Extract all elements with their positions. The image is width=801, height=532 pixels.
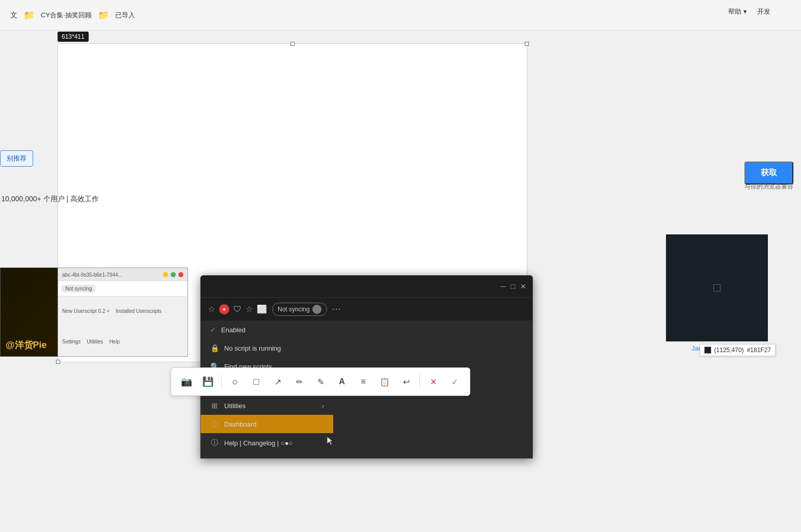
not-syncing-badge[interactable]: Not syncing — [272, 303, 327, 316]
check-icon: ✓ — [210, 326, 216, 334]
resize-handle-top-right[interactable] — [525, 42, 529, 46]
shield-icon[interactable]: 🛡 — [233, 305, 242, 314]
color-target-crosshair — [713, 284, 720, 291]
folder-icon-1: 📁 — [23, 10, 35, 21]
camera-button[interactable]: 📷 — [177, 373, 196, 391]
breadcrumb-folder1[interactable]: CY合集·抽奖回顾 — [41, 11, 92, 20]
arrow-right-icon: › — [322, 402, 324, 410]
nav-link-utilities[interactable]: Utilities — [87, 339, 103, 344]
main-overlay-window: ─ □ ✕ ☆ ● 🛡 ☆ ⬜ Not syncing ··· ✓ Enable… — [200, 275, 533, 459]
toolbar-divider-1 — [221, 375, 222, 389]
text-tool-button[interactable]: A — [333, 373, 351, 391]
arrow-tool-button[interactable]: ↗ — [269, 373, 287, 391]
not-syncing-label: Not syncing — [278, 306, 310, 313]
color-hex: #181F27 — [747, 347, 771, 354]
close-button[interactable] — [178, 272, 183, 277]
color-picker-tooltip: (1125,470) #181F27 — [700, 344, 776, 356]
compat-text: 与你的浏览器兼容 — [744, 182, 793, 191]
color-coords: (1125,470) — [714, 347, 744, 354]
blur-tool-button[interactable]: ≡ — [354, 373, 372, 391]
record-button[interactable]: ● — [219, 304, 229, 314]
folder-icon-2: 📁 — [98, 10, 109, 21]
circle-tool-button[interactable]: ○ — [226, 373, 244, 391]
browser-toolbar-icons: ☆ ● 🛡 ☆ ⬜ — [208, 304, 267, 314]
get-button[interactable]: 获取 — [744, 162, 793, 184]
breadcrumb-folder2[interactable]: 已导入 — [115, 11, 135, 20]
userscript-titlebar: abc-4bt-9s35-b6e1-7944... — [58, 268, 188, 281]
cancel-button[interactable]: ✕ — [424, 373, 442, 391]
color-swatch — [666, 234, 768, 341]
menu-item-help[interactable]: ⓘ Help | Changelog | ○●○ — [201, 433, 333, 453]
overlay-browser-bar: ☆ ● 🛡 ☆ ⬜ Not syncing ··· — [201, 297, 532, 321]
clipboard-button[interactable]: 📋 — [376, 373, 394, 391]
resize-handle-bottom-left[interactable] — [56, 360, 60, 364]
lock-icon: 🔒 — [210, 344, 219, 352]
menu-label-utilities: Utilities — [224, 402, 246, 410]
resize-handle-top[interactable] — [290, 42, 295, 46]
nav-link-help[interactable]: Help — [109, 339, 120, 344]
overlay-titlebar: ─ □ ✕ — [201, 276, 532, 297]
save-button[interactable]: 💾 — [199, 373, 217, 391]
userscript-title-text: abc-4bt-9s35-b6e1-7944... — [62, 272, 122, 278]
userscript-nav-links: New Userscript 0.2 + Installed Userscrip… — [58, 297, 188, 356]
top-right-buttons: 帮助 ▾ 开发 — [728, 7, 770, 16]
highlight-tool-button[interactable]: ✏ — [290, 373, 308, 391]
undo-button[interactable]: ↩ — [397, 373, 415, 391]
menu-label-enabled: Enabled — [221, 326, 246, 334]
overlay-maximize-button[interactable]: □ — [511, 282, 515, 290]
userscript-nav-bar: Not syncing — [58, 281, 188, 297]
userscript-small-window: abc-4bt-9s35-b6e1-7944... Not syncing Ne… — [58, 268, 188, 357]
info-circle-icon: ⓘ — [210, 438, 219, 447]
rectangle-tool-button[interactable]: □ — [247, 373, 265, 391]
breadcrumb-text: 文 — [10, 11, 17, 20]
nav-link-installed[interactable]: Installed Userscripts — [116, 308, 162, 314]
top-bar: 文 📁 CY合集·抽奖回顾 📁 已导入 — [0, 0, 801, 31]
maximize-button[interactable] — [171, 272, 176, 277]
menu-item-no-script[interactable]: 🔒 No script is running — [201, 339, 333, 357]
grid-icon: ⊞ — [210, 402, 219, 410]
toolbar-divider-2 — [419, 375, 420, 389]
pencil-tool-button[interactable]: ✎ — [311, 373, 330, 391]
dashboard-icon: ⬡ — [210, 420, 219, 428]
bookmark-icon[interactable]: ☆ — [246, 304, 253, 314]
dev-button[interactable]: 开发 — [757, 7, 770, 16]
menu-item-dashboard[interactable]: ⬡ Dashboard — [201, 415, 333, 433]
confirm-button[interactable]: ✓ — [445, 373, 464, 391]
user-avatar-icon — [312, 305, 322, 314]
menu-item-utilities[interactable]: ⊞ Utilities › — [201, 396, 333, 415]
star-icon[interactable]: ☆ — [208, 304, 215, 314]
recommend-section: 别推荐 — [0, 150, 56, 167]
color-swatch-dot — [704, 347, 711, 354]
help-button[interactable]: 帮助 ▾ — [728, 7, 747, 16]
minimize-button[interactable] — [163, 272, 168, 277]
dimension-tooltip: 613*411 — [58, 32, 89, 42]
titlebar-controls — [163, 272, 183, 277]
screenshot-author: @洋货Pie — [6, 339, 47, 351]
more-options-button[interactable]: ··· — [332, 304, 341, 314]
menu-label-dashboard: Dashboard — [224, 420, 257, 428]
overlay-minimize-button[interactable]: ─ — [501, 282, 506, 290]
nav-link-new[interactable]: New Userscript 0.2 + — [62, 308, 110, 314]
menu-item-enabled[interactable]: ✓ Enabled — [201, 321, 333, 339]
nav-link-settings[interactable]: Settings — [62, 339, 81, 344]
overlay-close-button[interactable]: ✕ — [520, 282, 526, 290]
user-count: | 10,000,000+ 个用户 | 高效工作 — [0, 195, 99, 204]
menu-label-no-script: No script is running — [224, 344, 281, 352]
nav-syncing-badge: Not syncing — [61, 285, 96, 292]
menu-label-help: Help | Changelog | ○●○ — [224, 439, 292, 447]
recommend-button[interactable]: 别推荐 — [0, 150, 33, 167]
tab-icon[interactable]: ⬜ — [257, 304, 267, 314]
toolbar: 📷 💾 ○ □ ↗ ✏ ✎ A ≡ 📋 ↩ ✕ ✓ — [171, 367, 470, 396]
